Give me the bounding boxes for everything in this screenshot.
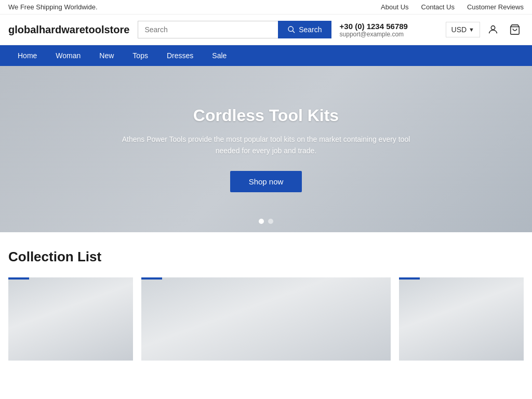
nav-bar: Home Woman New Tops Dresses Sale — [0, 45, 532, 66]
collection-grid — [8, 277, 524, 361]
hero-description: Athens Power Tools provide the most popu… — [110, 134, 422, 157]
hero-dot-2[interactable] — [268, 219, 273, 224]
collection-card-2[interactable] — [141, 277, 391, 361]
announcement-text: We Free Shipping Worldwide. — [8, 3, 98, 11]
svg-point-2 — [491, 26, 495, 30]
search-icon — [287, 25, 296, 34]
svg-point-0 — [288, 26, 293, 31]
search-button-label: Search — [299, 25, 322, 34]
currency-selector[interactable]: USD ▼ — [446, 22, 480, 37]
collection-title: Collection List — [8, 249, 524, 265]
contact-email: support@example.com — [340, 31, 433, 38]
contact-info: +30 (0) 1234 56789 support@example.com — [340, 22, 433, 38]
search-input[interactable] — [138, 21, 278, 38]
contact-phone: +30 (0) 1234 56789 — [340, 22, 433, 31]
contact-us-link[interactable]: Contact Us — [421, 3, 455, 11]
hero-banner: Cordless Tool Kits Athens Power Tools pr… — [0, 66, 532, 232]
header: globalhardwaretoolstore Search +30 (0) 1… — [0, 15, 532, 45]
card-accent-3 — [399, 277, 420, 280]
user-icon — [487, 24, 499, 35]
cart-button[interactable] — [506, 21, 524, 38]
customer-reviews-link[interactable]: Customer Reviews — [467, 3, 524, 11]
search-button[interactable]: Search — [278, 21, 331, 38]
shop-now-button[interactable]: Shop now — [230, 171, 302, 192]
hero-title: Cordless Tool Kits — [193, 106, 339, 125]
site-logo[interactable]: globalhardwaretoolstore — [8, 24, 129, 36]
header-actions: USD ▼ — [446, 21, 524, 38]
chevron-down-icon: ▼ — [469, 26, 474, 33]
currency-label: USD — [451, 25, 467, 34]
top-links: About Us Contact Us Customer Reviews — [381, 3, 524, 11]
svg-line-1 — [293, 31, 295, 33]
collection-card-3[interactable] — [399, 277, 524, 361]
card-accent-2 — [141, 277, 162, 280]
nav-item-tops[interactable]: Tops — [123, 45, 157, 66]
nav-item-dresses[interactable]: Dresses — [157, 45, 203, 66]
hero-dot-1[interactable] — [259, 219, 264, 224]
collection-card-1[interactable] — [8, 277, 133, 361]
nav-item-home[interactable]: Home — [8, 45, 46, 66]
account-button[interactable] — [484, 21, 502, 38]
card-accent-1 — [8, 277, 29, 280]
about-us-link[interactable]: About Us — [381, 3, 408, 11]
nav-item-sale[interactable]: Sale — [203, 45, 236, 66]
nav-item-new[interactable]: New — [90, 45, 123, 66]
hero-dots — [259, 219, 273, 224]
nav-item-woman[interactable]: Woman — [46, 45, 90, 66]
collection-section: Collection List — [0, 232, 532, 361]
cart-icon — [509, 24, 521, 35]
announcement-bar: We Free Shipping Worldwide. About Us Con… — [0, 0, 532, 15]
search-container: Search — [138, 21, 331, 38]
